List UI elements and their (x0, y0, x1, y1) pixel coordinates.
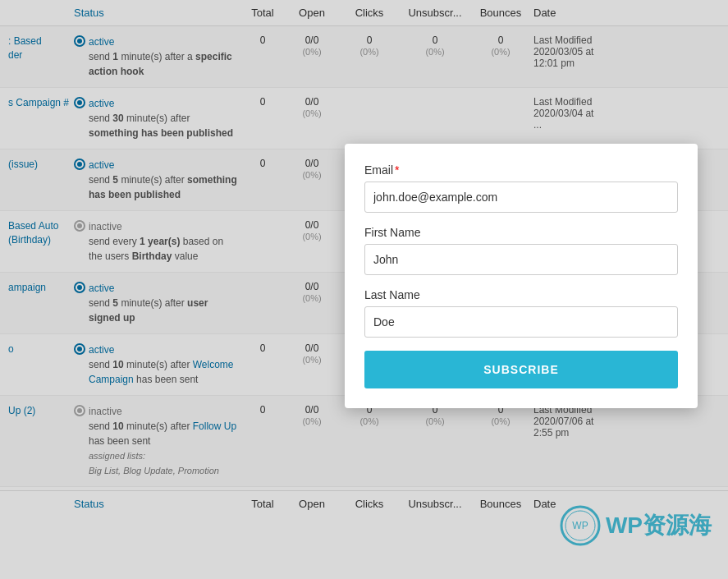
email-group: Email* (364, 163, 678, 213)
subscribe-button[interactable]: SUBSCRIBE (364, 351, 678, 388)
subscribe-modal: Email* First Name Last Name SUBSCRIBE (345, 144, 698, 408)
email-field[interactable] (364, 182, 678, 213)
lastname-group: Last Name (364, 288, 678, 338)
lastname-field[interactable] (364, 306, 678, 338)
page-wrapper: Status Total Open Clicks Unsubscr... Bou… (0, 0, 728, 579)
required-marker: * (395, 163, 399, 177)
firstname-group: First Name (364, 226, 678, 275)
firstname-field[interactable] (364, 244, 678, 275)
firstname-label: First Name (364, 226, 678, 239)
email-label: Email* (364, 163, 678, 177)
lastname-label: Last Name (364, 288, 678, 301)
